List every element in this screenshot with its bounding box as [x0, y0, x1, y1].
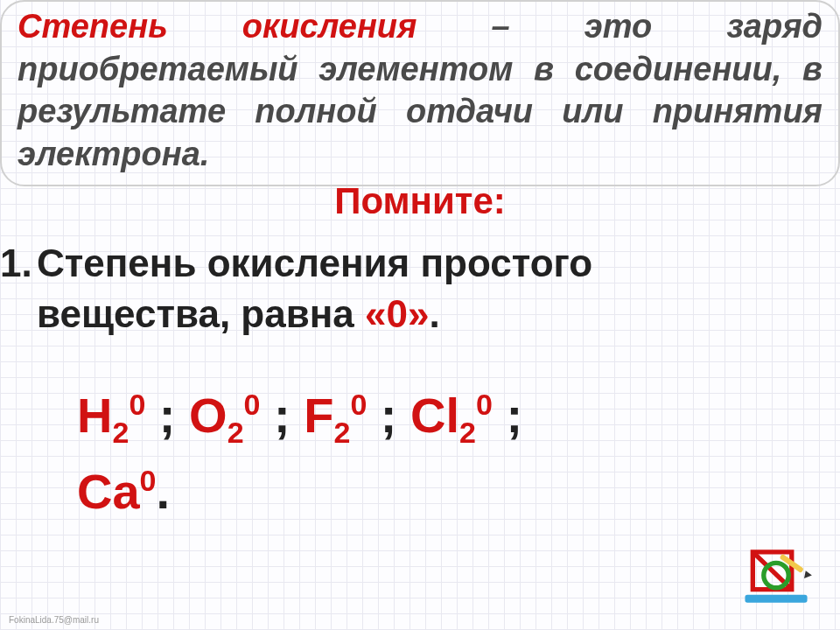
rule-number: 1.	[0, 238, 37, 289]
credit-text: FokinaLida.75@mail.ru	[9, 615, 99, 625]
formula-f: F20	[304, 388, 367, 443]
stationery-icon	[737, 544, 816, 614]
svg-marker-5	[804, 570, 812, 578]
rule-period: .	[429, 292, 439, 335]
rule-zero: «0»	[365, 292, 429, 335]
svg-rect-0	[745, 595, 807, 603]
rule-1: 1.Степень окисления простого вещества, р…	[0, 238, 821, 340]
formula-cl: Cl20	[410, 388, 493, 443]
formula-o: O20	[189, 388, 260, 443]
rule-line-b: вещества, равна	[37, 292, 365, 335]
formula-ca: Ca0	[77, 464, 157, 519]
remember-heading: Помните:	[0, 180, 840, 222]
formula-h: H20	[77, 388, 145, 443]
definition-text: Степень окисления – это заряд приобретае…	[18, 5, 822, 176]
definition-box: Степень окисления – это заряд приобретае…	[0, 0, 840, 186]
definition-term: Степень окисления	[18, 8, 416, 45]
rule-line-a: Степень окисления простого	[37, 242, 592, 284]
formula-block: H20 ; O20 ; F20 ; Cl20 ; Ca0.	[77, 378, 805, 530]
